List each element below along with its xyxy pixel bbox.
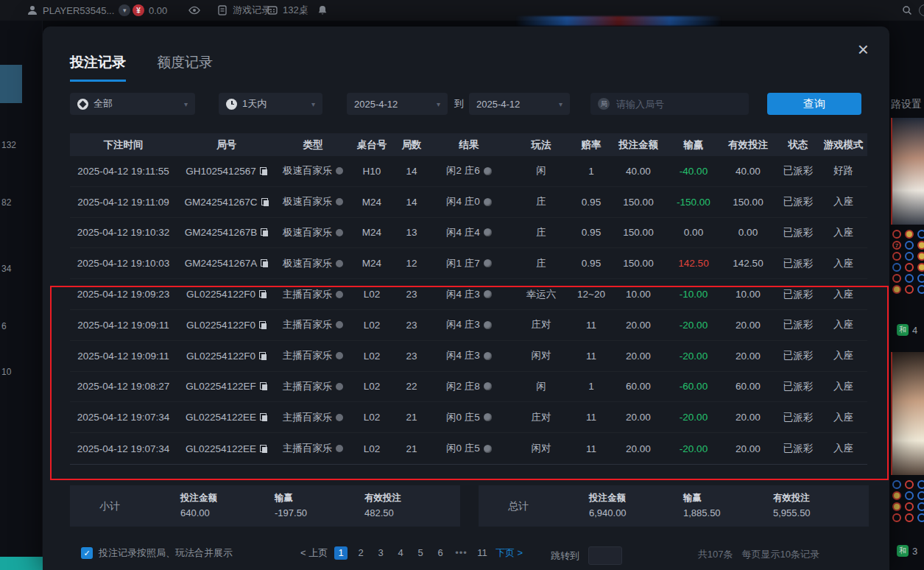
cell-valid: 20.00 (736, 320, 761, 331)
result-road-icon[interactable] (484, 228, 492, 236)
result-road-icon[interactable] (484, 290, 492, 298)
cell-type: 极速百家乐 (283, 226, 344, 239)
copy-icon[interactable] (260, 445, 267, 453)
currency-icon: ¥ (133, 4, 144, 16)
modal-tabs: 投注记录 额度记录 (70, 53, 213, 82)
road-bead (905, 491, 914, 500)
cell-play: 庄对 (532, 411, 551, 424)
tie-icon: 和 (897, 545, 909, 557)
copy-icon[interactable] (259, 352, 267, 360)
sidebar-bottom-tile[interactable] (0, 557, 43, 570)
bet-records-modal: × 投注记录 额度记录 全部 ▾ 1天内 ▾ 2025-4-12 ▾ 到 202… (43, 27, 889, 570)
round-number-input[interactable] (615, 98, 725, 110)
result-road-icon[interactable] (484, 352, 492, 360)
person-icon (27, 4, 38, 16)
copy-icon[interactable] (259, 321, 267, 329)
right-strip: 路设置 7 和 4 和 3 (889, 21, 924, 570)
balance[interactable]: ¥ 0.00 (133, 0, 167, 21)
cell-status: 已派彩 (783, 318, 814, 331)
tables-button[interactable]: 132桌 (267, 0, 308, 21)
table-row: 2025-04-12 19:09:11GL02254122F0主播百家乐L022… (70, 341, 867, 372)
result-road-icon[interactable] (484, 321, 492, 329)
page-button[interactable]: 1 (334, 546, 348, 560)
cell-bet: 60.00 (626, 381, 651, 392)
jump-label: 跳转到 (551, 549, 579, 563)
page-button[interactable]: 3 (374, 546, 387, 560)
date-from-picker[interactable]: 2025-4-12 ▾ (347, 93, 448, 115)
cell-round: GL02254122F0 (186, 320, 267, 331)
dealer-video-thumbnail[interactable] (891, 118, 924, 225)
cell-mode: 好路 (833, 164, 853, 177)
cell-valid: 60.00 (736, 381, 761, 392)
subtotal-valid-label: 有效投注 (364, 492, 468, 504)
table-row: 2025-04-12 19:07:34GL02254122EE主播百家乐L022… (70, 402, 867, 433)
game-type-dot-icon (336, 198, 343, 205)
search-button[interactable] (901, 0, 913, 21)
result-road-icon[interactable] (484, 413, 492, 421)
cell-round: GL02254122EF (186, 381, 267, 392)
result-road-icon[interactable] (484, 445, 492, 453)
query-button[interactable]: 查询 (767, 93, 861, 115)
result-road-icon[interactable] (484, 259, 492, 267)
help-icon[interactable] (919, 4, 924, 16)
cell-valid: 20.00 (736, 443, 761, 454)
page-button[interactable]: 4 (394, 546, 407, 560)
subtotal-label: 小计 (99, 500, 120, 513)
cell-round: GL02254122F0 (186, 289, 267, 300)
cell-type: 主播百家乐 (283, 411, 344, 424)
road-bead (905, 513, 914, 522)
copy-icon[interactable] (260, 382, 267, 390)
jump-page-input[interactable] (588, 546, 622, 565)
cell-winloss: -60.00 (680, 381, 708, 392)
date-range-select[interactable]: 1天内 ▾ (219, 93, 322, 115)
result-road-icon[interactable] (484, 382, 492, 390)
merge-checkbox[interactable]: ✓ (81, 547, 93, 559)
notifications-button[interactable] (317, 0, 328, 21)
cell-table: L02 (364, 412, 381, 423)
cell-status: 已派彩 (783, 411, 814, 424)
cell-bet: 20.00 (626, 443, 651, 454)
topbar: PLAYER53545... ▾ ¥ 0.00 游戏记录 132桌 (0, 0, 924, 21)
copy-icon[interactable] (261, 198, 269, 206)
close-icon[interactable]: × (858, 40, 869, 59)
game-type-select[interactable]: 全部 ▾ (70, 93, 195, 115)
page-button[interactable]: 11 (476, 546, 489, 560)
page-button[interactable]: 6 (434, 546, 447, 560)
toggle-balance-visibility[interactable] (188, 0, 200, 21)
copy-icon[interactable] (261, 259, 268, 267)
cell-type: 主播百家乐 (283, 349, 344, 362)
result-road-icon[interactable] (484, 167, 492, 175)
tab-credit-records[interactable]: 额度记录 (157, 53, 213, 82)
road-bead (917, 230, 924, 239)
page-button[interactable]: 2 (354, 546, 367, 560)
cell-round: GM242541267A (185, 258, 268, 269)
chevron-down-icon[interactable]: ▾ (119, 4, 130, 16)
balance-value: 0.00 (149, 5, 167, 16)
copy-icon[interactable] (260, 413, 267, 421)
total-valid-value: 5,955.50 (773, 507, 876, 518)
cell-table: L02 (364, 351, 381, 362)
cell-time: 2025-04-12 19:07:34 (77, 443, 169, 454)
page-button[interactable]: 5 (414, 546, 427, 560)
table-row: 2025-04-12 19:09:11GL02254122F0主播百家乐L022… (70, 310, 867, 341)
next-page-button[interactable]: 下页 > (495, 546, 523, 560)
cell-valid: 0.00 (738, 227, 758, 238)
road-bead (905, 263, 914, 272)
sidebar-active-item[interactable] (0, 65, 22, 103)
cell-odds: 0.95 (582, 197, 601, 208)
date-to-picker[interactable]: 2025-4-12 ▾ (469, 93, 570, 115)
copy-icon[interactable] (261, 228, 268, 236)
modal-footer: ✓ 投注记录按照局、玩法合并展示 < 上页 123456•••11 下页 > 跳… (43, 544, 889, 566)
game-record-button[interactable]: 游戏记录 (216, 0, 271, 21)
copy-icon[interactable] (259, 290, 267, 298)
player-account[interactable]: PLAYER53545... ▾ (27, 0, 130, 21)
road-bead (917, 491, 924, 500)
road-bead (917, 252, 924, 261)
result-road-icon[interactable] (484, 198, 492, 206)
cell-bet: 150.00 (623, 258, 653, 269)
prev-page-button[interactable]: < 上页 (300, 546, 328, 560)
copy-icon[interactable] (260, 167, 267, 175)
tab-bet-records[interactable]: 投注记录 (70, 53, 126, 82)
dealer-video-thumbnail[interactable] (891, 352, 924, 475)
road-bead (892, 491, 901, 500)
